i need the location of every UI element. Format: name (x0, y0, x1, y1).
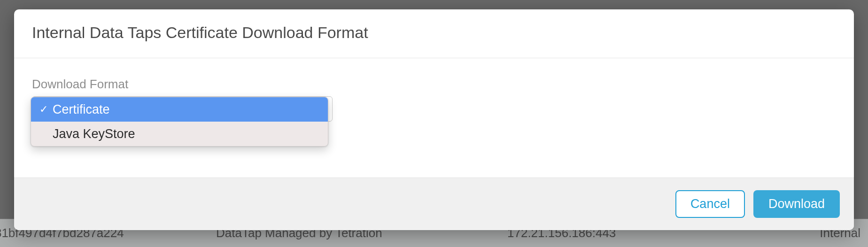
modal-footer: Cancel Download (14, 178, 854, 230)
download-button[interactable]: Download (753, 190, 840, 218)
option-label: Certificate (53, 102, 321, 117)
modal-body: Download Format ✓ Certificate ✓ Java Key… (14, 58, 854, 178)
modal-header: Internal Data Taps Certificate Download … (14, 9, 854, 58)
option-java-keystore[interactable]: ✓ Java KeyStore (31, 122, 328, 146)
download-format-label: Download Format (32, 77, 836, 92)
download-format-modal: Internal Data Taps Certificate Download … (14, 9, 854, 230)
modal-title: Internal Data Taps Certificate Download … (32, 23, 836, 42)
checkmark-icon: ✓ (39, 103, 53, 116)
option-certificate[interactable]: ✓ Certificate (31, 97, 328, 122)
cancel-button[interactable]: Cancel (675, 190, 745, 218)
download-format-select[interactable]: ✓ Certificate ✓ Java KeyStore (32, 96, 333, 122)
download-format-dropdown[interactable]: ✓ Certificate ✓ Java KeyStore (31, 97, 328, 147)
option-label: Java KeyStore (53, 127, 321, 141)
